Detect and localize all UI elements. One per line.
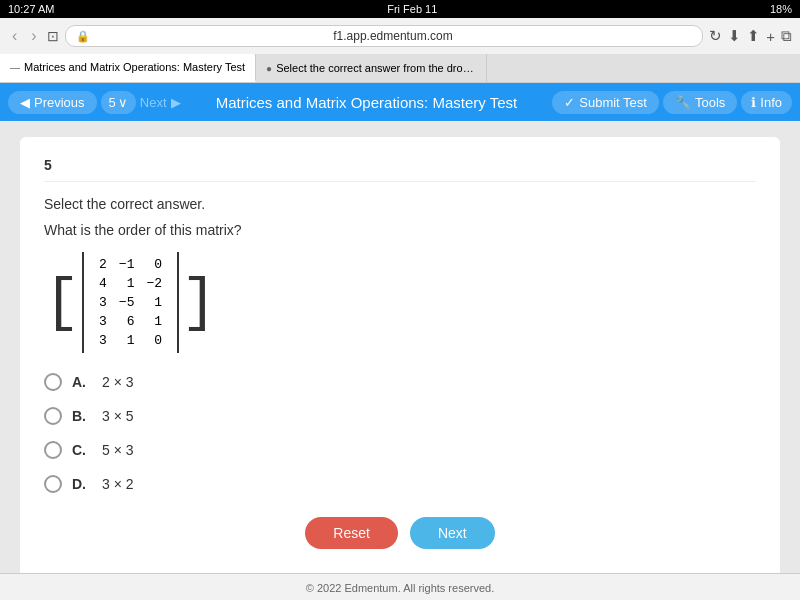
tab-edmentum[interactable]: — Matrices and Matrix Operations: Master… xyxy=(0,54,256,82)
action-buttons: Reset Next xyxy=(44,517,756,559)
lock-icon: 🔒 xyxy=(76,30,90,43)
forward-button[interactable]: › xyxy=(27,25,40,47)
radio-d[interactable] xyxy=(44,475,62,493)
info-icon: ℹ xyxy=(751,95,756,110)
tools-label: Tools xyxy=(695,95,725,110)
matrix-cell: 3 xyxy=(94,294,112,311)
matrix-cell: 0 xyxy=(141,256,167,273)
matrix-cell: 3 xyxy=(94,332,112,349)
back-button[interactable]: ‹ xyxy=(8,25,21,47)
question-num: 5 xyxy=(109,95,116,110)
option-text-c: 5 × 3 xyxy=(102,442,134,458)
submit-icon: ✓ xyxy=(564,95,575,110)
matrix-row-5: 3 1 0 xyxy=(94,332,167,349)
bracket-left-icon: [ xyxy=(44,273,80,333)
chevron-down-icon: ∨ xyxy=(118,95,128,110)
matrix-cell: 3 xyxy=(94,313,112,330)
matrix-cell: 6 xyxy=(114,313,140,330)
info-label: Info xyxy=(760,95,782,110)
matrix-cell: −1 xyxy=(114,256,140,273)
question-text: What is the order of this matrix? xyxy=(44,222,756,238)
option-d[interactable]: D. 3 × 2 xyxy=(44,475,756,493)
option-b[interactable]: B. 3 × 5 xyxy=(44,407,756,425)
url-text: f1.app.edmentum.com xyxy=(94,29,693,43)
reset-button[interactable]: Reset xyxy=(305,517,398,549)
browser-tabs: — Matrices and Matrix Operations: Master… xyxy=(0,54,800,82)
footer: © 2022 Edmentum. All rights reserved. xyxy=(0,573,800,600)
tools-icon: 🔧 xyxy=(675,95,691,110)
prev-arrow-icon: ◀ xyxy=(20,95,30,110)
radio-b[interactable] xyxy=(44,407,62,425)
question-instruction: Select the correct answer. xyxy=(44,196,756,212)
option-text-b: 3 × 5 xyxy=(102,408,134,424)
status-battery: 18% xyxy=(770,3,792,15)
option-text-a: 2 × 3 xyxy=(102,374,134,390)
new-tab-button[interactable]: + xyxy=(766,28,775,45)
option-label-d: D. xyxy=(72,476,92,492)
tools-button[interactable]: 🔧 Tools xyxy=(663,91,737,114)
radio-c[interactable] xyxy=(44,441,62,459)
tab-icon-1: — xyxy=(10,62,20,73)
tab-brainly[interactable]: ● Select the correct answer from the dro… xyxy=(256,54,487,82)
matrix-cell: 2 xyxy=(94,256,112,273)
matrix-cell: 1 xyxy=(141,313,167,330)
previous-button[interactable]: ◀ Previous xyxy=(8,91,97,114)
app-header: ◀ Previous 5 ∨ Next ▶ Matrices and Matri… xyxy=(0,83,800,121)
matrix-table: 2 −1 0 4 1 −2 3 −5 1 3 xyxy=(82,252,179,353)
matrix-cell: 1 xyxy=(141,294,167,311)
option-text-d: 3 × 2 xyxy=(102,476,134,492)
matrix-cell: −5 xyxy=(114,294,140,311)
matrix-row-3: 3 −5 1 xyxy=(94,294,167,311)
address-bar[interactable]: 🔒 f1.app.edmentum.com xyxy=(65,25,704,47)
bracket-right-icon: ] xyxy=(181,273,217,333)
copyright-text: © 2022 Edmentum. All rights reserved. xyxy=(306,582,494,594)
matrix-display: [ 2 −1 0 4 1 −2 3 −5 1 xyxy=(44,252,756,353)
question-number: 5 xyxy=(44,157,756,182)
matrix-cell: 1 xyxy=(114,275,140,292)
browser-toolbar: ‹ › ⊡ 🔒 f1.app.edmentum.com ↻ ⬇ ⬆ + ⧉ xyxy=(0,18,800,54)
option-label-b: B. xyxy=(72,408,92,424)
next-button-header[interactable]: Next ▶ xyxy=(140,95,181,110)
matrix-wrapper: [ 2 −1 0 4 1 −2 3 −5 1 xyxy=(44,252,756,353)
previous-label: Previous xyxy=(34,95,85,110)
option-a[interactable]: A. 2 × 3 xyxy=(44,373,756,391)
radio-a[interactable] xyxy=(44,373,62,391)
tab-label-2: Select the correct answer from the drop-… xyxy=(276,62,476,74)
status-bar: 10:27 AM Fri Feb 11 18% xyxy=(0,0,800,18)
option-label-a: A. xyxy=(72,374,92,390)
matrix-cell: −2 xyxy=(141,275,167,292)
answer-options: A. 2 × 3 B. 3 × 5 C. 5 × 3 D. 3 × 2 xyxy=(44,373,756,493)
question-number-selector[interactable]: 5 ∨ xyxy=(101,91,136,114)
next-button[interactable]: Next xyxy=(410,517,495,549)
question-card: 5 Select the correct answer. What is the… xyxy=(20,137,780,573)
matrix-row-4: 3 6 1 xyxy=(94,313,167,330)
main-content: 5 Select the correct answer. What is the… xyxy=(0,121,800,573)
option-label-c: C. xyxy=(72,442,92,458)
info-button[interactable]: ℹ Info xyxy=(741,91,792,114)
matrix-row-2: 4 1 −2 xyxy=(94,275,167,292)
matrix-cell: 0 xyxy=(141,332,167,349)
matrix-cell: 1 xyxy=(114,332,140,349)
status-day: Fri Feb 11 xyxy=(387,3,437,15)
tab-icon-2: ● xyxy=(266,63,272,74)
next-arrow-icon: ▶ xyxy=(171,95,181,110)
tab-label-1: Matrices and Matrix Operations: Mastery … xyxy=(24,61,245,73)
submit-label: Submit Test xyxy=(579,95,647,110)
status-time: 10:27 AM xyxy=(8,3,54,15)
matrix-row-1: 2 −1 0 xyxy=(94,256,167,273)
page-title: Matrices and Matrix Operations: Mastery … xyxy=(185,94,549,111)
reader-button[interactable]: ⊡ xyxy=(47,28,59,44)
download-button[interactable]: ⬇ xyxy=(728,27,741,45)
share-button[interactable]: ⬆ xyxy=(747,27,760,45)
reload-button[interactable]: ↻ xyxy=(709,27,722,45)
next-header-label: Next xyxy=(140,95,167,110)
browser-chrome: ‹ › ⊡ 🔒 f1.app.edmentum.com ↻ ⬇ ⬆ + ⧉ — … xyxy=(0,18,800,83)
submit-test-button[interactable]: ✓ Submit Test xyxy=(552,91,659,114)
option-c[interactable]: C. 5 × 3 xyxy=(44,441,756,459)
matrix-cell: 4 xyxy=(94,275,112,292)
tabs-button[interactable]: ⧉ xyxy=(781,27,792,45)
